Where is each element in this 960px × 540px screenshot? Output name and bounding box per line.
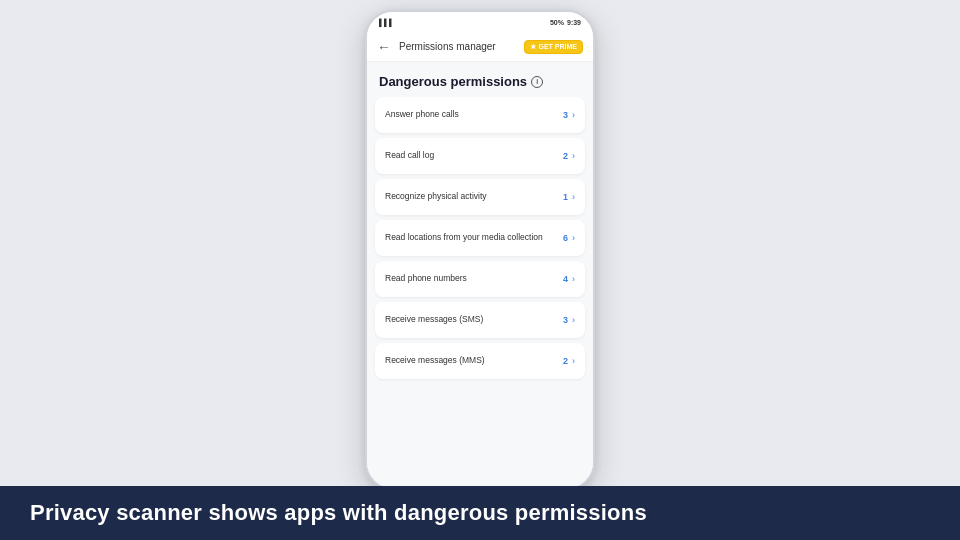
permission-label: Read locations from your media collectio… [385, 232, 563, 243]
phone-mockup: ▌▌▌ 50% 9:39 ← Permissions manager ★ GET… [365, 10, 595, 490]
prime-star-icon: ★ [530, 43, 536, 51]
permission-count: 6 [563, 233, 568, 243]
permission-count: 3 [563, 110, 568, 120]
permission-right: 1 › [563, 192, 575, 202]
permission-right: 6 › [563, 233, 575, 243]
permission-label: Receive messages (MMS) [385, 355, 563, 366]
list-item[interactable]: Receive messages (SMS) 3 › [375, 302, 585, 338]
list-item[interactable]: Read locations from your media collectio… [375, 220, 585, 256]
list-item[interactable]: Answer phone calls 3 › [375, 97, 585, 133]
permission-label: Read call log [385, 150, 563, 161]
chevron-right-icon: › [572, 315, 575, 325]
chevron-right-icon: › [572, 110, 575, 120]
permission-label: Recognize physical activity [385, 191, 563, 202]
prime-label: GET PRIME [538, 43, 577, 50]
get-prime-button[interactable]: ★ GET PRIME [524, 40, 583, 54]
permission-label: Answer phone calls [385, 109, 563, 120]
permission-right: 3 › [563, 110, 575, 120]
chevron-right-icon: › [572, 192, 575, 202]
time-text: 9:39 [567, 19, 581, 26]
caption-text: Privacy scanner shows apps with dangerou… [30, 500, 647, 526]
permission-count: 2 [563, 151, 568, 161]
phone-screen: ▌▌▌ 50% 9:39 ← Permissions manager ★ GET… [365, 10, 595, 490]
permission-count: 2 [563, 356, 568, 366]
nav-bar: ← Permissions manager ★ GET PRIME [367, 32, 593, 62]
scene: ▌▌▌ 50% 9:39 ← Permissions manager ★ GET… [0, 0, 960, 540]
permission-right: 4 › [563, 274, 575, 284]
section-title-text: Dangerous permissions [379, 74, 527, 89]
status-left: ▌▌▌ [379, 19, 394, 26]
section-title: Dangerous permissions i [379, 74, 581, 89]
status-right: 50% 9:39 [550, 19, 581, 26]
permission-label: Receive messages (SMS) [385, 314, 563, 325]
permission-count: 1 [563, 192, 568, 202]
permission-right: 2 › [563, 151, 575, 161]
signal-icon: ▌▌▌ [379, 19, 394, 26]
battery-text: 50% [550, 19, 564, 26]
chevron-right-icon: › [572, 151, 575, 161]
list-item[interactable]: Read call log 2 › [375, 138, 585, 174]
permission-right: 2 › [563, 356, 575, 366]
nav-title: Permissions manager [399, 41, 516, 52]
permission-count: 3 [563, 315, 568, 325]
permission-right: 3 › [563, 315, 575, 325]
back-button[interactable]: ← [377, 39, 391, 55]
permissions-list: Answer phone calls 3 › Read call log 2 › [367, 97, 593, 488]
list-item[interactable]: Receive messages (MMS) 2 › [375, 343, 585, 379]
permission-count: 4 [563, 274, 568, 284]
phone-content: Dangerous permissions i Answer phone cal… [367, 62, 593, 488]
permission-label: Read phone numbers [385, 273, 563, 284]
chevron-right-icon: › [572, 356, 575, 366]
info-icon[interactable]: i [531, 76, 543, 88]
chevron-right-icon: › [572, 233, 575, 243]
bottom-caption: Privacy scanner shows apps with dangerou… [0, 486, 960, 540]
chevron-right-icon: › [572, 274, 575, 284]
list-item[interactable]: Read phone numbers 4 › [375, 261, 585, 297]
list-item[interactable]: Recognize physical activity 1 › [375, 179, 585, 215]
status-bar: ▌▌▌ 50% 9:39 [367, 12, 593, 32]
section-header: Dangerous permissions i [367, 62, 593, 97]
